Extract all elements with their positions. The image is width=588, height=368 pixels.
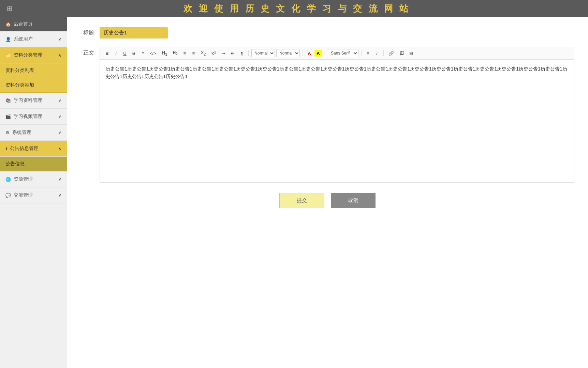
main-layout: 后台首页 系统用户 ∨ 资料分类管理 ∧ 资料分类列表 资料分类添加 [0,17,588,368]
toolbar-indent-right[interactable]: ⇥ [220,50,227,57]
grid-icon[interactable]: ⊞ [7,4,13,13]
toolbar-clear-format[interactable]: T [373,50,381,57]
user-icon [5,36,11,42]
sidebar-home-label: 后台首页 [14,21,33,27]
sidebar-item-resource-manage[interactable]: 资源管理 ∨ [0,171,67,187]
sidebar-label-announce-manage: 公告信息管理 [10,145,39,152]
sidebar-label-exchange-manage: 交流管理 [14,192,33,198]
settings-icon [5,130,10,135]
toolbar-link[interactable]: 🔗 [386,50,396,57]
separator-4 [361,50,362,56]
header: ⊞ 欢 迎 使 用 历 史 文 化 学 习 与 交 流 网 站 [0,0,588,17]
header-title: 欢 迎 使 用 历 史 文 化 学 习 与 交 流 网 站 [13,3,581,15]
sidebar-item-system-manage[interactable]: 系统管理 ∨ [0,125,67,141]
sidebar-label-resource-manage: 资源管理 [14,176,33,182]
resource-icon [5,177,11,182]
action-row: 提交 取消 [80,193,574,208]
toolbar-italic[interactable]: I [112,50,120,57]
toolbar-table[interactable]: ⊞ [407,50,415,57]
toolbar-blockquote[interactable]: ❝ [139,50,146,57]
chevron-down-icon-3: ∨ [58,114,61,119]
sidebar-label-system-user: 系统用户 [14,36,33,42]
toolbar-bold[interactable]: B [103,50,111,57]
editor-container: B I U S ❝ </> H1 H2 ≡ ≡ X2 X2 ⇥ ⇤ ¶ [100,47,574,183]
chevron-down-icon: ∨ [58,37,61,42]
toolbar-h2[interactable]: H2 [171,50,179,57]
toolbar-h1[interactable]: H1 [160,49,170,57]
toolbar-superscript[interactable]: X2 [209,49,218,57]
sidebar-sub-item-resource-category-list[interactable]: 资料分类列表 [0,63,67,78]
toolbar-align[interactable]: ≡ [364,50,372,57]
sidebar-sub-item-announce-info[interactable]: 公告信息 [0,157,67,171]
cancel-button[interactable]: 取消 [331,193,376,208]
sidebar-label-system-manage: 系统管理 [12,129,31,136]
title-input[interactable] [100,27,168,39]
sidebar-item-announce-manage[interactable]: 公告信息管理 ∧ [0,141,67,157]
submit-button[interactable]: 提交 [279,193,324,208]
editor-toolbar: B I U S ❝ </> H1 H2 ≡ ≡ X2 X2 ⇥ ⇤ ¶ [100,47,574,60]
toolbar-strikethrough[interactable]: S [130,50,137,57]
sidebar-label-resource-category: 资料分类管理 [14,52,42,58]
toolbar-font-color[interactable]: A [306,50,313,57]
sidebar: 后台首页 系统用户 ∨ 资料分类管理 ∧ 资料分类列表 资料分类添加 [0,17,67,368]
sidebar-item-learning-resource[interactable]: 学习资料管理 ∨ [0,93,67,109]
sidebar-item-resource-category[interactable]: 资料分类管理 ∧ [0,47,67,63]
announce-icon [5,146,7,151]
separator-3 [325,50,325,56]
chat-icon [5,193,11,198]
sidebar-sub-item-resource-category-add[interactable]: 资料分类添加 [0,78,67,93]
chevron-down-icon-4: ∨ [58,130,61,135]
sidebar-label-learning-video: 学习视频管理 [14,113,42,120]
toolbar-code[interactable]: </> [148,50,158,57]
sidebar-item-learning-video[interactable]: 学习视频管理 ∨ [0,109,67,125]
toolbar-indent-left[interactable]: ⇤ [229,50,237,57]
separator-5 [383,50,384,56]
toolbar-font-bg[interactable]: A [314,50,322,57]
toolbar-list-ordered[interactable]: ≡ [181,50,189,57]
folder-icon [5,52,11,58]
toolbar-subscript[interactable]: X2 [199,49,208,57]
sidebar-item-system-user[interactable]: 系统用户 ∨ [0,31,67,47]
title-label: 标题 [80,29,94,36]
toolbar-rtl[interactable]: ¶ [238,50,246,57]
body-row: 正文 B I U S ❝ </> H1 H2 ≡ ≡ X2 X2 ⇥ [80,47,574,183]
sidebar-sub-label-resource-category-list: 资料分类列表 [5,67,34,73]
sidebar-label-learning-resource: 学习资料管理 [14,97,42,104]
chevron-down-icon-6: ∨ [58,193,61,198]
video-icon [5,114,11,119]
toolbar-font-family[interactable]: Sans Serif Serif Monospace [328,49,358,57]
chevron-up-icon: ∧ [58,53,61,58]
chevron-down-icon-2: ∨ [58,98,61,103]
toolbar-image[interactable]: 🖼 [397,50,406,57]
main-content: 标题 正文 B I U S ❝ </> H1 H2 ≡ ≡ X2 [67,17,588,368]
toolbar-font-size-1[interactable]: Normal Small Large [251,49,275,57]
separator-1 [248,50,249,56]
sidebar-sub-label-resource-category-add: 资料分类添加 [5,82,34,88]
chevron-up-icon-2: ∧ [58,146,61,151]
sidebar-sub-label-announce-info: 公告信息 [5,161,25,166]
body-label: 正文 [80,47,94,183]
home-icon [5,21,11,27]
separator-2 [303,50,303,56]
book-icon [5,98,11,103]
sidebar-home[interactable]: 后台首页 [0,17,67,31]
chevron-down-icon-5: ∨ [58,177,61,182]
sidebar-item-exchange-manage[interactable]: 交流管理 ∨ [0,187,67,203]
editor-content-area[interactable]: 历史公告1历史公告1历史公告1历史公告1历史公告1历史公告1历史公告1历史公告1… [100,60,574,182]
toolbar-font-size-2[interactable]: Normal Small Large [276,49,300,57]
title-row: 标题 [80,27,574,39]
toolbar-list-bullet[interactable]: ≡ [190,50,197,57]
toolbar-underline[interactable]: U [121,50,129,57]
